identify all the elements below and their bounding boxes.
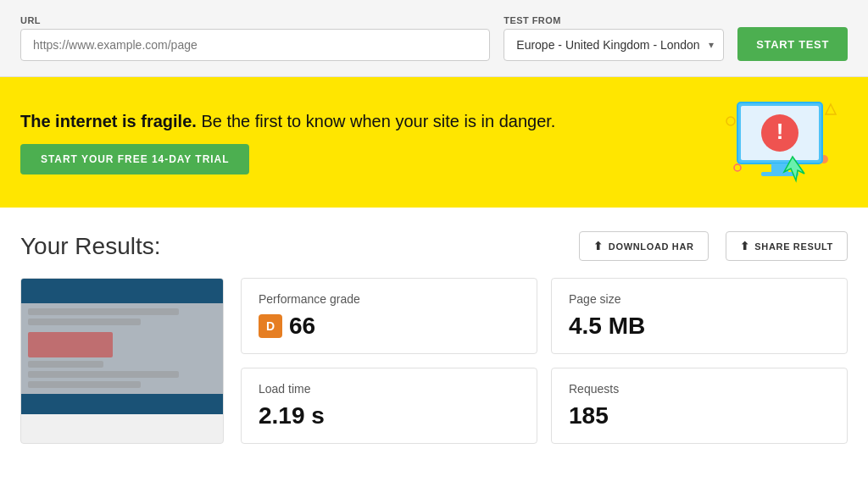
url-input[interactable] xyxy=(20,29,490,61)
test-from-group: Test from Europe - United Kingdom - Lond… xyxy=(504,15,724,61)
screenshot-card xyxy=(20,278,224,444)
download-icon: ⬆ xyxy=(593,240,604,252)
start-test-button[interactable]: START TEST xyxy=(737,27,848,61)
performance-score: 66 xyxy=(289,313,315,340)
svg-marker-1 xyxy=(826,104,836,114)
metric-value-requests: 185 xyxy=(569,402,830,429)
download-har-button[interactable]: ⬆ DOWNLOAD HAR xyxy=(579,231,708,261)
metrics-grid: Performance grade D 66 Page size 4.5 MB … xyxy=(241,278,848,444)
url-label: URL xyxy=(20,15,490,25)
results-section: Your Results: ⬆ DOWNLOAD HAR ⬆ SHARE RES… xyxy=(0,208,868,468)
metric-label-requests: Requests xyxy=(569,382,830,396)
metric-card-pagesize: Page size 4.5 MB xyxy=(551,278,848,354)
screenshot-inner xyxy=(21,303,223,394)
metric-label-performance: Performance grade xyxy=(259,292,520,306)
results-grid: Performance grade D 66 Page size 4.5 MB … xyxy=(20,278,848,444)
metric-value-pagesize: 4.5 MB xyxy=(569,313,830,340)
screenshot-placeholder xyxy=(21,279,223,414)
requests-value: 185 xyxy=(569,402,609,429)
svg-text:!: ! xyxy=(776,119,784,144)
share-result-label: SHARE RESULT xyxy=(754,241,833,252)
download-har-label: DOWNLOAD HAR xyxy=(609,241,694,252)
svg-point-0 xyxy=(726,117,735,125)
loadtime-value: 2.19 s xyxy=(259,402,325,429)
results-title: Your Results: xyxy=(20,233,562,260)
share-result-button[interactable]: ⬆ SHARE RESULT xyxy=(726,231,848,261)
metric-label-pagesize: Page size xyxy=(569,292,830,306)
pagesize-value: 4.5 MB xyxy=(569,313,645,340)
promo-headline: The internet is fragile. Be the first to… xyxy=(20,110,692,132)
test-from-select-wrapper: Europe - United Kingdom - London US - Ca… xyxy=(504,29,724,61)
metric-label-loadtime: Load time xyxy=(259,382,520,396)
promo-headline-rest: Be the first to know when your site is i… xyxy=(197,112,556,130)
results-header: Your Results: ⬆ DOWNLOAD HAR ⬆ SHARE RES… xyxy=(20,231,848,261)
promo-illustration: ! xyxy=(712,96,848,189)
svg-point-2 xyxy=(734,164,741,171)
test-from-select[interactable]: Europe - United Kingdom - London US - Ca… xyxy=(504,29,724,61)
promo-text-area: The internet is fragile. Be the first to… xyxy=(20,110,692,174)
metric-card-requests: Requests 185 xyxy=(551,368,848,444)
metric-value-loadtime: 2.19 s xyxy=(259,402,520,429)
ss-line-3 xyxy=(28,361,103,368)
metric-value-performance: D 66 xyxy=(259,313,520,340)
share-icon: ⬆ xyxy=(740,240,750,252)
ss-accent xyxy=(28,332,113,357)
url-group: URL xyxy=(20,15,490,61)
promo-banner: The internet is fragile. Be the first to… xyxy=(0,77,868,208)
monitor-illustration: ! xyxy=(721,96,839,189)
top-bar: URL Test from Europe - United Kingdom - … xyxy=(0,0,868,77)
test-from-label: Test from xyxy=(504,15,724,25)
promo-cta-button[interactable]: START YOUR FREE 14-DAY TRIAL xyxy=(20,144,249,174)
metric-card-performance: Performance grade D 66 xyxy=(241,278,537,354)
ss-line-1 xyxy=(28,308,179,315)
grade-badge: D xyxy=(259,314,282,338)
ss-line-2 xyxy=(28,319,141,325)
promo-headline-bold: The internet is fragile. xyxy=(20,112,197,130)
metric-card-loadtime: Load time 2.19 s xyxy=(241,368,537,444)
ss-line-4 xyxy=(28,371,179,378)
ss-line-5 xyxy=(28,381,141,388)
